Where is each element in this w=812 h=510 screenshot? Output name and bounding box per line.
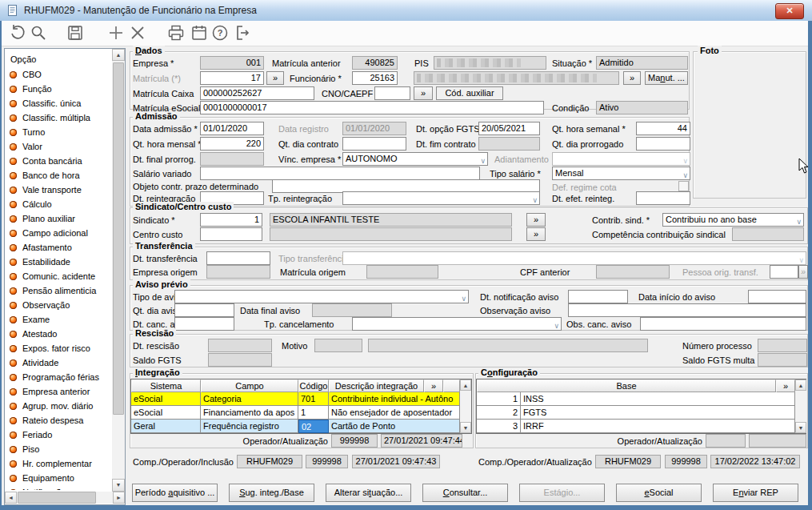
- table-cell[interactable]: eSocial: [131, 392, 201, 406]
- salario-variado-field[interactable]: [200, 167, 480, 180]
- print-icon[interactable]: [166, 23, 186, 42]
- sidebar-item[interactable]: Observação: [6, 298, 110, 312]
- sidebar-item[interactable]: Pensão alimenticia: [6, 283, 110, 298]
- dt-opcao-fgts-field[interactable]: 20/05/2021: [478, 122, 540, 135]
- sidebar-item[interactable]: CBO: [6, 67, 110, 82]
- sidebar-item[interactable]: Cálculo: [6, 197, 110, 211]
- sidebar-item[interactable]: Plano auxiliar: [6, 211, 110, 226]
- table-cell[interactable]: 701: [298, 392, 329, 406]
- cod-auxiliar-lookup-button[interactable]: »: [414, 86, 433, 100]
- col-codigo[interactable]: Código: [298, 379, 329, 392]
- enviar-rep-button[interactable]: Enviar REP: [713, 484, 798, 502]
- table-cell[interactable]: Financiamento da apos: [201, 406, 298, 420]
- table-cell[interactable]: IRRF: [521, 420, 795, 433]
- vscroll-thumb[interactable]: [113, 62, 124, 415]
- sidebar-item[interactable]: Feriado: [6, 428, 110, 442]
- sidebar-item[interactable]: Equipamento: [6, 471, 110, 485]
- qt-dia-contrato-field[interactable]: [342, 137, 406, 151]
- funcionario-field[interactable]: 25163: [352, 71, 398, 85]
- matricula-caixa-field[interactable]: 000000252627: [200, 86, 314, 100]
- table-cell[interactable]: FGTS: [521, 406, 795, 420]
- scroll-up-icon[interactable]: ▲: [795, 379, 806, 391]
- qt-dia-aviso-field[interactable]: [174, 303, 234, 317]
- alterar-situacao-button[interactable]: Alterar situação...: [326, 484, 411, 502]
- vinc-empresa-select[interactable]: AUTONOMO∨: [342, 152, 488, 166]
- sidebar-item[interactable]: Rateio despesa: [6, 413, 110, 428]
- table-cell[interactable]: 1: [477, 392, 521, 406]
- sidebar-item[interactable]: Estabilidade: [6, 255, 110, 269]
- sindicato-field[interactable]: 1: [200, 213, 262, 227]
- sidebar-item[interactable]: Função: [6, 82, 110, 96]
- sidebar-item[interactable]: Campo adicional: [6, 226, 110, 240]
- sidebar-item[interactable]: Atividade: [6, 355, 110, 370]
- calendar-icon[interactable]: [190, 23, 209, 42]
- centro-custo-field[interactable]: [200, 227, 262, 241]
- funcionario-lookup-button[interactable]: »: [623, 71, 641, 85]
- matricula-field[interactable]: 17: [200, 71, 264, 85]
- help-icon[interactable]: ?: [210, 23, 230, 42]
- table-cell[interactable]: INSS: [521, 392, 795, 406]
- dt-efet-reinteg-field[interactable]: [636, 191, 690, 205]
- qt-hora-semanal-field[interactable]: 44: [636, 122, 690, 135]
- sidebar-item[interactable]: Expos. fator risco: [6, 341, 110, 355]
- col-campo[interactable]: Campo: [201, 379, 298, 392]
- table-cell[interactable]: Contribuinte individual - Autôno: [329, 392, 460, 406]
- obs-canc-aviso-field[interactable]: [640, 317, 806, 331]
- search-icon[interactable]: [29, 23, 48, 42]
- sidebar-item[interactable]: Piso: [6, 442, 110, 456]
- col-base[interactable]: Base: [477, 379, 776, 392]
- sidebar-item[interactable]: Turno: [6, 125, 110, 139]
- tipo-aviso-select[interactable]: ∨: [174, 290, 469, 303]
- centro-custo-lookup-button[interactable]: »: [526, 227, 546, 241]
- sidebar-item[interactable]: Notificação: [6, 485, 110, 490]
- cod-auxiliar-tab[interactable]: Cód. auxiliar: [436, 86, 503, 100]
- observacao-aviso-field[interactable]: [568, 303, 806, 317]
- sidebar-item[interactable]: Afastamento: [6, 240, 110, 255]
- consultar-button[interactable]: Consultar...: [422, 484, 508, 502]
- sidebar-item[interactable]: Atestado: [6, 327, 110, 341]
- sidebar-item[interactable]: Conta bancária: [6, 154, 110, 168]
- table-cell[interactable]: 2: [477, 406, 521, 420]
- close-button[interactable]: ✕: [775, 3, 804, 19]
- esocial-button[interactable]: eSocial: [616, 484, 702, 502]
- configuracao-lookup-header[interactable]: »: [776, 379, 795, 392]
- hscroll-thumb[interactable]: [18, 492, 96, 504]
- delete-icon[interactable]: [128, 23, 147, 42]
- col-sistema[interactable]: Sistema: [131, 379, 201, 392]
- tp-reintegracao-select[interactable]: ∨: [342, 191, 540, 205]
- table-cell[interactable]: Geral: [131, 420, 201, 433]
- scroll-left-icon[interactable]: ◄: [5, 492, 17, 504]
- sidebar-item[interactable]: Agrup. mov. diário: [6, 399, 110, 413]
- save-icon[interactable]: [66, 23, 85, 42]
- sidebar-item[interactable]: Exame: [6, 312, 110, 327]
- tipo-salario-select[interactable]: Mensal∨: [552, 167, 690, 180]
- sidebar-item[interactable]: Classific. única: [6, 96, 110, 110]
- scroll-up-icon[interactable]: ▲: [112, 49, 125, 61]
- data-inicio-aviso-field[interactable]: [748, 290, 806, 303]
- integracao-lookup-header[interactable]: »: [424, 379, 443, 392]
- table-cell[interactable]: Não ensejador de aposentador: [329, 406, 460, 420]
- qt-dia-prorrogado-field[interactable]: [636, 137, 690, 151]
- table-cell[interactable]: Categoria: [201, 392, 298, 406]
- matricula-esocial-field[interactable]: 0001000000017: [200, 101, 544, 114]
- scroll-down-icon[interactable]: ▼: [112, 479, 125, 492]
- sidebar-item[interactable]: Valor: [6, 139, 110, 154]
- tp-cancelamento-select[interactable]: ∨: [352, 317, 562, 331]
- sidebar-item[interactable]: Empresa anterior: [6, 384, 110, 399]
- sidebar-item[interactable]: Vale transporte: [6, 183, 110, 197]
- periodo-aquisitivo-button[interactable]: Período aquisitivo ...: [132, 484, 218, 502]
- scroll-right-icon[interactable]: ►: [113, 492, 125, 504]
- dt-transferencia-field[interactable]: [206, 251, 270, 265]
- sindicato-lookup-button[interactable]: »: [526, 213, 546, 227]
- add-icon[interactable]: [106, 23, 126, 42]
- table-cell[interactable]: 3: [477, 420, 521, 433]
- sidebar-item[interactable]: Hr. complementar: [6, 456, 110, 471]
- contrib-sind-select[interactable]: Contribuiu no ano base∨: [662, 213, 804, 227]
- selected-cell[interactable]: 02: [298, 420, 329, 433]
- undo-icon[interactable]: [8, 23, 27, 42]
- table-cell[interactable]: Cartão de Ponto: [329, 420, 460, 433]
- scroll-down-icon[interactable]: ▼: [795, 422, 806, 433]
- cno-caepf-field[interactable]: [374, 86, 410, 100]
- scroll-up-icon[interactable]: ▲: [460, 379, 471, 391]
- table-cell[interactable]: Frequência registro: [201, 420, 298, 433]
